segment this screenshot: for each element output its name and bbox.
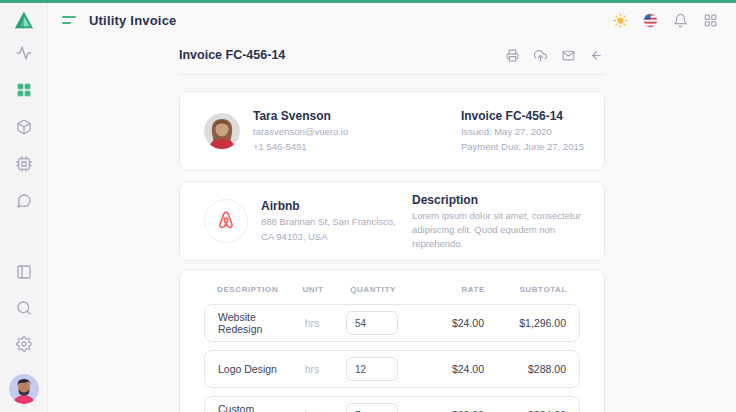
invoice-issued-date: Issued: May 27, 2020 (461, 125, 584, 139)
header-description: DESCRIPTION (217, 285, 295, 294)
description-text: Lorem ipsum dolor sit amet, consectetur … (412, 209, 584, 250)
chat-icon[interactable] (16, 193, 32, 209)
invoice-column: Invoice FC-456-14 (179, 37, 605, 412)
header-quantity: QUANTITY (341, 285, 405, 294)
header-unit: UNIT (295, 285, 331, 294)
quantity-input[interactable] (346, 403, 398, 412)
table-row: Website Redesign hrs $24.00 $1,296.00 (204, 304, 580, 342)
apps-grid-icon[interactable] (703, 13, 718, 28)
menu-toggle-icon[interactable] (62, 14, 78, 26)
upload-cloud-icon[interactable] (534, 49, 547, 62)
sidebar-nav (16, 45, 32, 209)
sidebar-bottom (9, 264, 39, 404)
row-description: Custom Illustrations (218, 403, 294, 412)
customer-card: Tara Svenson tarasvenson@vuero.io +1 546… (179, 91, 605, 171)
sidebar (0, 3, 48, 412)
row-subtotal: $288.00 (484, 363, 566, 375)
table-row: Custom Illustrations hrs $32.00 $224.00 (204, 396, 580, 412)
company-name: Airbnb (261, 198, 396, 215)
customer-name: Tara Svenson (253, 108, 348, 125)
search-icon[interactable] (16, 300, 32, 316)
quantity-input[interactable] (346, 357, 398, 381)
panels-icon[interactable] (16, 264, 32, 280)
vuero-logo-icon (14, 11, 34, 29)
page-title: Invoice FC-456-14 (179, 48, 285, 62)
navbar-title: Utility Invoice (89, 13, 177, 28)
row-rate: $24.00 (418, 317, 484, 329)
company-card: Airbnb 888 Brannan St, San Francisco, CA… (179, 181, 605, 261)
customer-avatar (204, 113, 240, 149)
customer-block: Tara Svenson tarasvenson@vuero.io +1 546… (204, 108, 348, 154)
customer-email: tarasvenson@vuero.io (253, 125, 348, 139)
customer-phone: +1 546-5491 (253, 140, 348, 154)
app-logo[interactable] (14, 3, 34, 37)
row-unit: hrs (294, 317, 330, 329)
sun-icon[interactable] (613, 13, 628, 28)
description-block: Description Lorem ipsum dolor sit amet, … (412, 192, 584, 251)
user-avatar[interactable] (9, 374, 39, 404)
header-rate: RATE (419, 285, 485, 294)
navbar-actions (613, 13, 718, 28)
activity-icon[interactable] (16, 45, 32, 61)
row-description: Logo Design (218, 363, 294, 375)
content-area: Invoice FC-456-14 (48, 37, 736, 412)
cpu-icon[interactable] (16, 156, 32, 172)
settings-icon[interactable] (16, 336, 32, 352)
table-row: Logo Design hrs $24.00 $288.00 (204, 350, 580, 388)
bell-icon[interactable] (673, 13, 688, 28)
invoice-due-date: Payment Due: June 27, 2015 (461, 140, 584, 154)
back-arrow-icon[interactable] (590, 49, 603, 62)
invoice-number: Invoice FC-456-14 (461, 108, 584, 125)
company-address-line1: 888 Brannan St, San Francisco, (261, 215, 396, 229)
quantity-input[interactable] (346, 311, 398, 335)
customer-avatar-image (204, 113, 240, 149)
invoice-meta-block: Invoice FC-456-14 Issued: May 27, 2020 P… (461, 108, 584, 154)
page-header: Invoice FC-456-14 (179, 37, 605, 75)
user-avatar-image (9, 374, 39, 404)
invoice-actions (506, 49, 603, 62)
description-title: Description (412, 192, 584, 209)
print-icon[interactable] (506, 49, 519, 62)
language-flag-icon[interactable] (643, 13, 658, 28)
line-items-card: DESCRIPTION UNIT QUANTITY RATE SUBTOTAL … (179, 269, 605, 412)
row-description: Website Redesign (218, 311, 294, 335)
company-address-line2: CA 94103, USA (261, 230, 396, 244)
mail-icon[interactable] (562, 49, 575, 62)
dashboard-icon[interactable] (16, 82, 32, 98)
row-rate: $24.00 (418, 363, 484, 375)
row-subtotal: $1,296.00 (484, 317, 566, 329)
box-icon[interactable] (16, 119, 32, 135)
company-logo (204, 199, 248, 243)
company-block: Airbnb 888 Brannan St, San Francisco, CA… (204, 198, 396, 244)
navbar: Utility Invoice (48, 3, 736, 37)
app-window: Utility Invoice (0, 0, 736, 412)
airbnb-logo-icon (214, 209, 238, 233)
header-subtotal: SUBTOTAL (485, 285, 567, 294)
row-unit: hrs (294, 363, 330, 375)
table-header: DESCRIPTION UNIT QUANTITY RATE SUBTOTAL (204, 285, 580, 294)
main-area: Utility Invoice (48, 3, 736, 412)
